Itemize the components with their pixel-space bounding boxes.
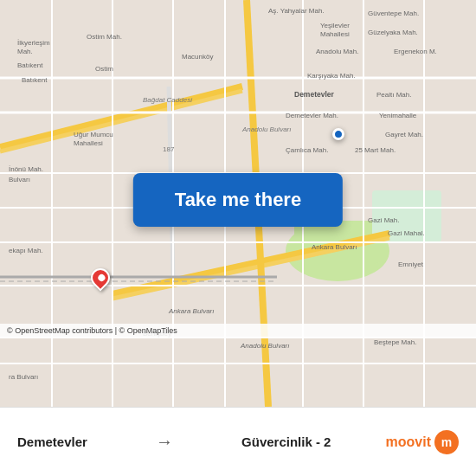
location-pin bbox=[91, 268, 110, 287]
svg-text:Yeşilevler: Yeşilevler bbox=[320, 22, 350, 29]
svg-text:Mahallesi: Mahallesi bbox=[320, 30, 350, 38]
svg-text:25 Mart Mah.: 25 Mart Mah. bbox=[355, 146, 396, 154]
svg-text:Gazi Mahal.: Gazi Mahal. bbox=[388, 229, 425, 237]
svg-text:Beştepe Mah.: Beştepe Mah. bbox=[374, 338, 416, 346]
svg-text:187: 187 bbox=[163, 145, 175, 153]
svg-text:Anadolu Bulvarı: Anadolu Bulvarı bbox=[241, 125, 291, 133]
svg-text:Mahallesi: Mahallesi bbox=[74, 139, 103, 147]
svg-text:Yenimahalle: Yenimahalle bbox=[379, 112, 417, 119]
svg-text:Ankara Bulvarı: Ankara Bulvarı bbox=[312, 243, 357, 251]
svg-text:İlkyerleşim: İlkyerleşim bbox=[17, 39, 50, 47]
svg-text:Mah.: Mah. bbox=[17, 48, 33, 55]
svg-text:Ankara Bulvarı: Ankara Bulvarı bbox=[168, 307, 214, 315]
svg-text:Emniyet: Emniyet bbox=[398, 261, 424, 268]
map-attribution: © OpenStreetMap contributors | © OpenMap… bbox=[0, 324, 476, 338]
destination-marker bbox=[332, 128, 344, 140]
svg-text:Gazi Mah.: Gazi Mah. bbox=[368, 216, 399, 224]
svg-text:Demetevler: Demetevler bbox=[294, 90, 335, 99]
svg-text:Ergenekon M.: Ergenekon M. bbox=[394, 48, 437, 55]
moovit-icon: m bbox=[434, 430, 459, 454]
svg-text:Bulvarı: Bulvarı bbox=[9, 176, 30, 183]
svg-text:Ostim: Ostim bbox=[95, 65, 113, 73]
svg-text:Batıkent: Batıkent bbox=[22, 76, 48, 84]
svg-text:ra Bulvarı: ra Bulvarı bbox=[9, 373, 38, 381]
destination-station: Güvercinlik - 2 bbox=[241, 434, 331, 449]
take-me-there-button[interactable]: Take me there bbox=[133, 173, 343, 227]
moovit-text: moovit bbox=[386, 434, 431, 450]
svg-text:ekapı Mah.: ekapı Mah. bbox=[9, 247, 43, 254]
svg-text:İnönü Mah.: İnönü Mah. bbox=[9, 165, 43, 173]
origin-station: Demetevler bbox=[17, 434, 87, 449]
svg-text:Ostim Mah.: Ostim Mah. bbox=[87, 33, 122, 41]
svg-text:Çamlıca Mah.: Çamlıca Mah. bbox=[286, 146, 328, 154]
svg-text:Uğur Mumcu: Uğur Mumcu bbox=[74, 131, 113, 138]
map-container: İlkyerleşim Mah. Batıkent Batıkent Ostim… bbox=[0, 0, 476, 407]
direction-arrow: → bbox=[156, 432, 173, 452]
svg-text:Güventepe Mah.: Güventepe Mah. bbox=[368, 10, 419, 17]
svg-text:Güzelyaka Mah.: Güzelyaka Mah. bbox=[368, 29, 418, 36]
svg-text:Bağdat Caddesi: Bağdat Caddesi bbox=[143, 96, 192, 104]
moovit-logo: moovit m bbox=[386, 430, 459, 454]
svg-text:Anadolu Mah.: Anadolu Mah. bbox=[316, 48, 358, 55]
svg-text:Macunköy: Macunköy bbox=[182, 53, 213, 61]
svg-text:Demetevler Mah.: Demetevler Mah. bbox=[286, 112, 338, 119]
svg-text:Anadolu Bulvarı: Anadolu Bulvarı bbox=[240, 342, 289, 350]
svg-text:Batıkent: Batıkent bbox=[17, 61, 43, 69]
svg-text:Gayret Mah.: Gayret Mah. bbox=[385, 131, 423, 138]
bottom-bar: Demetevler → Güvercinlik - 2 moovit m bbox=[0, 407, 476, 476]
svg-text:Aş. Yahyalar Mah.: Aş. Yahyalar Mah. bbox=[268, 7, 325, 15]
svg-text:Karşıyaka Mah.: Karşıyaka Mah. bbox=[307, 72, 356, 80]
svg-text:Pealtı Mah.: Pealtı Mah. bbox=[376, 91, 411, 99]
